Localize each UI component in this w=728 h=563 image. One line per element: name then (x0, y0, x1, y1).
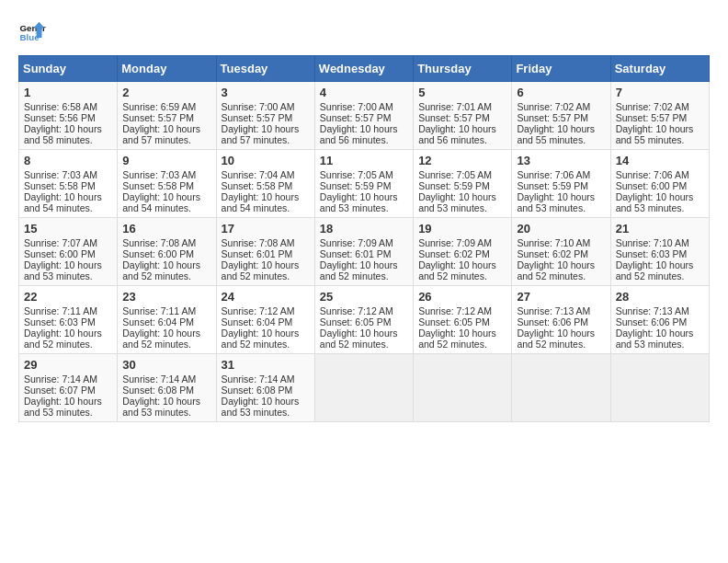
calendar-cell: 2Sunrise: 6:59 AMSunset: 5:57 PMDaylight… (118, 82, 216, 150)
calendar-header-saturday: Saturday (610, 56, 709, 82)
sunrise-text: Sunrise: 7:02 AM (517, 101, 590, 112)
calendar-cell: 20Sunrise: 7:10 AMSunset: 6:02 PMDayligh… (512, 218, 610, 286)
sunset-text: Sunset: 6:00 PM (24, 248, 96, 259)
calendar-cell (610, 354, 709, 422)
calendar-cell: 29Sunrise: 7:14 AMSunset: 6:07 PMDayligh… (19, 354, 118, 422)
calendar-header-tuesday: Tuesday (216, 56, 314, 82)
sunrise-text: Sunrise: 7:13 AM (616, 305, 689, 316)
day-number: 2 (122, 86, 210, 99)
calendar-cell: 3Sunrise: 7:00 AMSunset: 5:57 PMDaylight… (216, 82, 314, 150)
sunset-text: Sunset: 6:07 PM (24, 385, 96, 396)
calendar-week-row: 8Sunrise: 7:03 AMSunset: 5:58 PMDaylight… (19, 150, 710, 218)
daylight-label: Daylight: 10 hours and 56 minutes. (320, 123, 398, 145)
day-number: 20 (517, 222, 605, 236)
calendar-cell: 15Sunrise: 7:07 AMSunset: 6:00 PMDayligh… (19, 218, 118, 286)
daylight-label: Daylight: 10 hours and 57 minutes. (122, 123, 200, 145)
calendar-cell: 25Sunrise: 7:12 AMSunset: 6:05 PMDayligh… (314, 286, 413, 354)
sunset-text: Sunset: 5:57 PM (616, 112, 688, 123)
day-number: 16 (122, 222, 210, 236)
day-number: 5 (418, 86, 506, 99)
page-header: General Blue (18, 18, 710, 46)
calendar-cell: 21Sunrise: 7:10 AMSunset: 6:03 PMDayligh… (610, 218, 709, 286)
daylight-label: Daylight: 10 hours and 56 minutes. (418, 123, 496, 145)
day-number: 13 (517, 154, 605, 167)
calendar-cell: 1Sunrise: 6:58 AMSunset: 5:56 PMDaylight… (19, 82, 118, 150)
sunset-text: Sunset: 6:01 PM (320, 248, 392, 259)
sunset-text: Sunset: 6:03 PM (24, 316, 96, 327)
calendar-cell (314, 354, 413, 422)
calendar-cell: 16Sunrise: 7:08 AMSunset: 6:00 PMDayligh… (118, 218, 216, 286)
calendar-table: SundayMondayTuesdayWednesdayThursdayFrid… (18, 55, 710, 422)
day-number: 9 (122, 154, 210, 167)
sunrise-text: Sunrise: 7:14 AM (222, 373, 295, 385)
sunrise-text: Sunrise: 7:10 AM (616, 237, 689, 248)
sunrise-text: Sunrise: 7:06 AM (616, 169, 689, 180)
daylight-label: Daylight: 10 hours and 55 minutes. (616, 123, 694, 145)
daylight-label: Daylight: 10 hours and 52 minutes. (418, 259, 496, 282)
calendar-header-thursday: Thursday (414, 56, 512, 82)
daylight-label: Daylight: 10 hours and 52 minutes. (418, 327, 496, 350)
calendar-cell: 19Sunrise: 7:09 AMSunset: 6:02 PMDayligh… (414, 218, 512, 286)
sunrise-text: Sunrise: 7:12 AM (418, 305, 492, 316)
sunset-text: Sunset: 6:00 PM (122, 248, 194, 259)
day-number: 14 (616, 154, 704, 167)
sunset-text: Sunset: 6:01 PM (222, 248, 293, 259)
day-number: 4 (320, 86, 408, 99)
sunset-text: Sunset: 6:08 PM (122, 385, 194, 396)
sunset-text: Sunset: 5:58 PM (24, 180, 96, 191)
sunrise-text: Sunrise: 7:13 AM (517, 305, 590, 316)
sunset-text: Sunset: 6:05 PM (320, 316, 392, 327)
daylight-label: Daylight: 10 hours and 53 minutes. (24, 259, 102, 282)
calendar-header-row: SundayMondayTuesdayWednesdayThursdayFrid… (19, 56, 710, 82)
calendar-cell: 6Sunrise: 7:02 AMSunset: 5:57 PMDaylight… (512, 82, 610, 150)
calendar-header-sunday: Sunday (19, 56, 118, 82)
sunset-text: Sunset: 5:57 PM (122, 112, 194, 123)
daylight-label: Daylight: 10 hours and 52 minutes. (122, 259, 200, 282)
sunset-text: Sunset: 6:08 PM (222, 385, 293, 396)
sunset-text: Sunset: 5:57 PM (320, 112, 392, 123)
sunrise-text: Sunrise: 7:02 AM (616, 101, 689, 112)
day-number: 30 (122, 358, 210, 372)
calendar-cell: 13Sunrise: 7:06 AMSunset: 5:59 PMDayligh… (512, 150, 610, 218)
sunset-text: Sunset: 6:02 PM (418, 248, 490, 259)
daylight-label: Daylight: 10 hours and 52 minutes. (222, 327, 300, 350)
day-number: 19 (418, 222, 506, 236)
daylight-label: Daylight: 10 hours and 53 minutes. (517, 191, 595, 213)
calendar-week-row: 29Sunrise: 7:14 AMSunset: 6:07 PMDayligh… (19, 354, 710, 422)
calendar-cell: 11Sunrise: 7:05 AMSunset: 5:59 PMDayligh… (314, 150, 413, 218)
sunset-text: Sunset: 6:05 PM (418, 316, 490, 327)
daylight-label: Daylight: 10 hours and 53 minutes. (616, 327, 694, 350)
calendar-cell: 9Sunrise: 7:03 AMSunset: 5:58 PMDaylight… (118, 150, 216, 218)
sunset-text: Sunset: 5:56 PM (24, 112, 96, 123)
calendar-cell: 10Sunrise: 7:04 AMSunset: 5:58 PMDayligh… (216, 150, 314, 218)
sunset-text: Sunset: 6:03 PM (616, 248, 688, 259)
calendar-cell: 4Sunrise: 7:00 AMSunset: 5:57 PMDaylight… (314, 82, 413, 150)
daylight-label: Daylight: 10 hours and 52 minutes. (320, 259, 398, 282)
day-number: 31 (222, 358, 310, 372)
logo: General Blue (18, 18, 46, 46)
daylight-label: Daylight: 10 hours and 53 minutes. (418, 191, 496, 213)
day-number: 25 (320, 290, 408, 304)
day-number: 18 (320, 222, 408, 236)
sunrise-text: Sunrise: 7:10 AM (517, 237, 590, 248)
daylight-label: Daylight: 10 hours and 55 minutes. (517, 123, 595, 145)
calendar-cell: 22Sunrise: 7:11 AMSunset: 6:03 PMDayligh… (19, 286, 118, 354)
day-number: 24 (222, 290, 310, 304)
sunrise-text: Sunrise: 7:05 AM (418, 169, 492, 180)
sunset-text: Sunset: 6:00 PM (616, 180, 688, 191)
sunset-text: Sunset: 6:06 PM (616, 316, 688, 327)
sunset-text: Sunset: 6:06 PM (517, 316, 588, 327)
day-number: 26 (418, 290, 506, 304)
sunset-text: Sunset: 5:59 PM (418, 180, 490, 191)
calendar-cell: 28Sunrise: 7:13 AMSunset: 6:06 PMDayligh… (610, 286, 709, 354)
calendar-cell (414, 354, 512, 422)
calendar-header-friday: Friday (512, 56, 610, 82)
calendar-cell: 5Sunrise: 7:01 AMSunset: 5:57 PMDaylight… (414, 82, 512, 150)
sunrise-text: Sunrise: 7:08 AM (222, 237, 295, 248)
sunrise-text: Sunrise: 7:12 AM (320, 305, 393, 316)
day-number: 12 (418, 154, 506, 167)
sunset-text: Sunset: 5:57 PM (222, 112, 293, 123)
calendar-cell: 26Sunrise: 7:12 AMSunset: 6:05 PMDayligh… (414, 286, 512, 354)
day-number: 8 (24, 154, 112, 167)
logo-icon: General Blue (18, 18, 46, 46)
